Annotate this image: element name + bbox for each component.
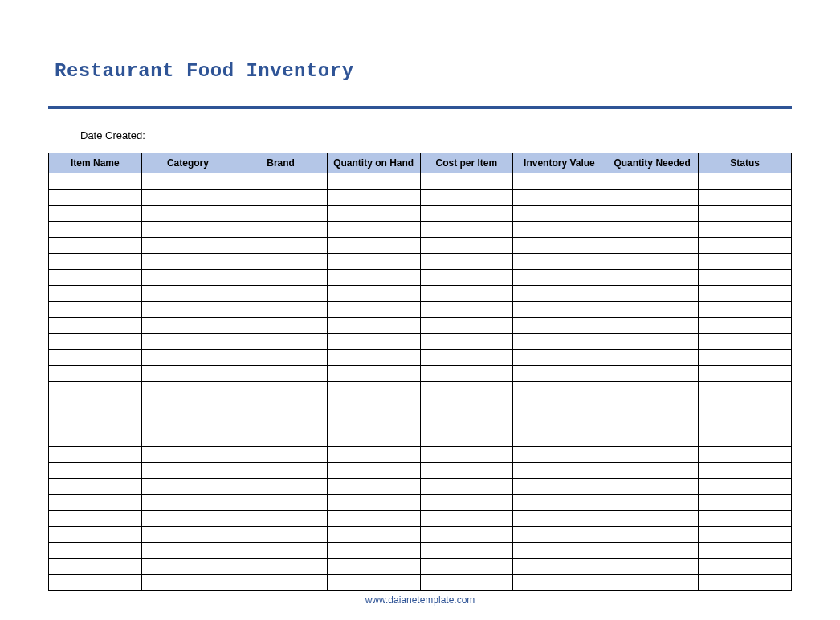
table-cell[interactable] — [513, 350, 606, 366]
table-cell[interactable] — [234, 238, 328, 254]
table-cell[interactable] — [513, 559, 606, 575]
table-cell[interactable] — [49, 238, 142, 254]
table-cell[interactable] — [699, 511, 792, 527]
table-cell[interactable] — [699, 495, 792, 511]
table-cell[interactable] — [420, 366, 513, 382]
table-cell[interactable] — [699, 334, 792, 350]
table-cell[interactable] — [606, 511, 699, 527]
table-cell[interactable] — [606, 414, 699, 430]
table-cell[interactable] — [141, 366, 234, 382]
table-cell[interactable] — [606, 447, 699, 463]
table-cell[interactable] — [327, 430, 420, 447]
table-cell[interactable] — [141, 173, 234, 190]
table-cell[interactable] — [234, 511, 328, 527]
table-cell[interactable] — [606, 254, 699, 270]
table-cell[interactable] — [234, 430, 328, 447]
table-cell[interactable] — [49, 527, 142, 543]
table-cell[interactable] — [699, 527, 792, 543]
table-cell[interactable] — [141, 334, 234, 350]
table-cell[interactable] — [513, 254, 606, 270]
table-cell[interactable] — [420, 559, 513, 575]
table-cell[interactable] — [49, 254, 142, 270]
table-cell[interactable] — [141, 350, 234, 366]
table-cell[interactable] — [327, 543, 420, 559]
table-cell[interactable] — [699, 575, 792, 591]
table-cell[interactable] — [327, 398, 420, 414]
table-cell[interactable] — [513, 318, 606, 334]
table-cell[interactable] — [699, 479, 792, 495]
table-cell[interactable] — [327, 414, 420, 430]
table-cell[interactable] — [234, 334, 328, 350]
table-cell[interactable] — [141, 190, 234, 206]
table-cell[interactable] — [327, 238, 420, 254]
table-cell[interactable] — [327, 222, 420, 238]
table-cell[interactable] — [420, 430, 513, 447]
table-cell[interactable] — [234, 254, 328, 270]
table-cell[interactable] — [49, 173, 142, 190]
table-cell[interactable] — [327, 511, 420, 527]
table-cell[interactable] — [606, 543, 699, 559]
table-cell[interactable] — [234, 190, 328, 206]
table-cell[interactable] — [606, 318, 699, 334]
table-cell[interactable] — [606, 366, 699, 382]
table-cell[interactable] — [420, 318, 513, 334]
table-cell[interactable] — [49, 222, 142, 238]
table-cell[interactable] — [513, 527, 606, 543]
table-cell[interactable] — [234, 414, 328, 430]
table-cell[interactable] — [327, 254, 420, 270]
table-cell[interactable] — [606, 463, 699, 479]
table-cell[interactable] — [327, 350, 420, 366]
table-cell[interactable] — [699, 414, 792, 430]
table-cell[interactable] — [699, 447, 792, 463]
table-cell[interactable] — [141, 463, 234, 479]
table-cell[interactable] — [699, 559, 792, 575]
table-cell[interactable] — [606, 286, 699, 302]
table-cell[interactable] — [420, 543, 513, 559]
table-cell[interactable] — [141, 318, 234, 334]
table-cell[interactable] — [327, 382, 420, 398]
table-cell[interactable] — [141, 286, 234, 302]
table-cell[interactable] — [699, 463, 792, 479]
table-cell[interactable] — [606, 334, 699, 350]
table-cell[interactable] — [699, 222, 792, 238]
table-cell[interactable] — [141, 447, 234, 463]
table-cell[interactable] — [420, 286, 513, 302]
table-cell[interactable] — [606, 495, 699, 511]
table-cell[interactable] — [606, 222, 699, 238]
table-cell[interactable] — [699, 318, 792, 334]
table-cell[interactable] — [420, 495, 513, 511]
table-cell[interactable] — [606, 575, 699, 591]
table-cell[interactable] — [141, 270, 234, 286]
table-cell[interactable] — [234, 479, 328, 495]
table-cell[interactable] — [513, 543, 606, 559]
table-cell[interactable] — [699, 206, 792, 222]
table-cell[interactable] — [49, 430, 142, 447]
table-cell[interactable] — [699, 543, 792, 559]
table-cell[interactable] — [420, 575, 513, 591]
table-cell[interactable] — [420, 334, 513, 350]
table-cell[interactable] — [513, 334, 606, 350]
table-cell[interactable] — [699, 254, 792, 270]
table-cell[interactable] — [49, 463, 142, 479]
table-cell[interactable] — [699, 430, 792, 447]
table-cell[interactable] — [234, 559, 328, 575]
table-cell[interactable] — [513, 173, 606, 190]
table-cell[interactable] — [141, 575, 234, 591]
table-cell[interactable] — [49, 350, 142, 366]
table-cell[interactable] — [606, 190, 699, 206]
table-cell[interactable] — [234, 463, 328, 479]
table-cell[interactable] — [420, 398, 513, 414]
table-cell[interactable] — [513, 495, 606, 511]
table-cell[interactable] — [327, 447, 420, 463]
table-cell[interactable] — [234, 382, 328, 398]
table-cell[interactable] — [327, 334, 420, 350]
table-cell[interactable] — [606, 302, 699, 318]
table-cell[interactable] — [234, 318, 328, 334]
date-created-input-line[interactable] — [150, 130, 319, 141]
table-cell[interactable] — [49, 334, 142, 350]
table-cell[interactable] — [327, 286, 420, 302]
table-cell[interactable] — [49, 190, 142, 206]
table-cell[interactable] — [606, 350, 699, 366]
table-cell[interactable] — [141, 543, 234, 559]
table-cell[interactable] — [141, 495, 234, 511]
